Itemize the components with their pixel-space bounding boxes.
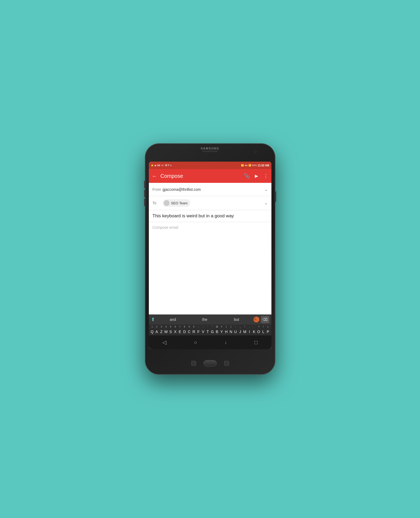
key-6[interactable]: 6 [173, 325, 177, 328]
subject-row: This keyboard is weird but in a good way [149, 210, 271, 222]
key-semi[interactable]: ; [196, 325, 201, 328]
key-B[interactable]: B [215, 330, 219, 334]
key-at[interactable]: @ [215, 325, 219, 328]
time-display: 11:52 AM [258, 164, 269, 167]
nav-apps-icon[interactable]: □ [254, 339, 258, 346]
key-Y[interactable]: Y [219, 330, 224, 334]
key-J[interactable]: J [238, 330, 242, 334]
email-form: From gjaccoma@thrillist.com ⌄ To SEO Tea… [149, 183, 271, 349]
nav-recents-icon[interactable]: ↓ [224, 340, 227, 345]
attach-icon[interactable]: 📎 [244, 173, 250, 179]
key-4[interactable]: 4 [164, 325, 168, 328]
key-colon[interactable]: : [201, 325, 205, 328]
key-F[interactable]: F [196, 330, 201, 334]
recent-apps-button[interactable] [191, 361, 196, 366]
key-comma[interactable]: , [247, 325, 252, 328]
key-under[interactable]: _ [238, 325, 242, 328]
key-dot[interactable]: . [252, 325, 256, 328]
nav-home-icon[interactable]: ○ [194, 339, 197, 346]
key-5[interactable]: 5 [168, 325, 173, 328]
subject-text[interactable]: This keyboard is weird but in a good way [153, 213, 268, 219]
key-0[interactable]: 0 [192, 325, 196, 328]
bottom-nav-bar: ◁ ○ ↓ □ [149, 335, 271, 349]
key-W[interactable]: W [164, 330, 168, 334]
emoji-button[interactable]: 🏀 [253, 316, 260, 323]
key-minus[interactable]: - [233, 325, 238, 328]
from-dropdown-icon[interactable]: ⌄ [265, 187, 268, 192]
weather-icon: 76° [161, 164, 164, 167]
key-I[interactable]: I [247, 330, 252, 334]
status-right-icons: 📶 4G 📶 82% 11:52 AM [241, 164, 269, 167]
back-button-physical[interactable] [224, 361, 229, 366]
key-V[interactable]: V [201, 330, 205, 334]
status-bar: 🔔 ◉ ⌨ 76° 🖼 T N 📶 4G 📶 82% 11:52 AM [149, 162, 271, 169]
compose-toolbar: ← Compose 📎 ► ⋮ [149, 169, 271, 183]
recipient-name: SEO Team [171, 201, 188, 205]
key-M[interactable]: M [243, 330, 247, 334]
from-value[interactable]: gjaccoma@thrillist.com [163, 187, 265, 192]
volume-buttons [144, 181, 145, 206]
key-S[interactable]: S [168, 330, 173, 334]
key-L[interactable]: L [261, 330, 266, 334]
key-C[interactable]: C [187, 330, 191, 334]
send-icon[interactable]: ► [254, 173, 259, 179]
key-3[interactable]: 3 [159, 325, 163, 328]
key-question[interactable]: ? [256, 325, 261, 328]
to-label: To [153, 201, 163, 205]
keyboard-letters-row: Q A Z W S X E D C R F V T G B [149, 329, 271, 335]
suggestion-and[interactable]: and [158, 317, 188, 322]
backspace-key[interactable]: ⌫ [261, 316, 269, 323]
screen: 🔔 ◉ ⌨ 76° 🖼 T N 📶 4G 📶 82% 11:52 AM [149, 162, 271, 349]
alarm-icon: 🔔 [151, 164, 154, 167]
nyt-icon: T [168, 164, 170, 167]
to-value: SEO Team [163, 199, 265, 207]
key-Z[interactable]: Z [159, 330, 163, 334]
keyboard: ⬆ and the but 🏀 ⌫ 1 2 3 4 5 6 [149, 314, 271, 335]
back-button-toolbar[interactable]: ← [152, 173, 157, 179]
shift-key[interactable]: ⬆ [151, 317, 155, 322]
recipient-chip[interactable]: SEO Team [163, 199, 190, 207]
key-U[interactable]: U [233, 330, 238, 334]
key-9[interactable]: 9 [187, 325, 191, 328]
key-G[interactable]: G [210, 330, 215, 334]
key-R[interactable]: R [192, 330, 196, 334]
suggestion-the[interactable]: the [189, 317, 220, 322]
key-O[interactable]: O [256, 330, 261, 334]
home-button-physical[interactable] [203, 360, 217, 366]
suggestion-but[interactable]: but [221, 317, 252, 322]
nav-back-icon[interactable]: ◁ [162, 339, 166, 346]
key-2[interactable]: 2 [154, 325, 159, 328]
key-T[interactable]: T [205, 330, 210, 334]
key-rpar[interactable]: ) [228, 325, 233, 328]
key-slash[interactable]: / [261, 325, 266, 328]
compose-placeholder: Compose email [153, 225, 268, 230]
to-dropdown-icon[interactable]: ⌄ [265, 201, 268, 205]
key-lpar[interactable]: ( [224, 325, 228, 328]
key-7[interactable]: 7 [177, 325, 182, 328]
key-Q[interactable]: Q [150, 330, 154, 334]
speaker-grille [202, 150, 218, 152]
battery-percent: 82% [252, 164, 257, 167]
key-8[interactable]: 8 [182, 325, 187, 328]
key-excl[interactable]: ! [243, 325, 247, 328]
keyboard-suggestions-row: ⬆ and the but 🏀 ⌫ [149, 314, 271, 325]
compose-body[interactable]: Compose email [149, 222, 271, 314]
key-N[interactable]: N [228, 330, 233, 334]
key-K[interactable]: K [252, 330, 256, 334]
key-D[interactable]: D [182, 330, 187, 334]
key-1[interactable]: 1 [150, 325, 154, 328]
status-left-icons: 🔔 ◉ ⌨ 76° 🖼 T N [151, 164, 172, 167]
key-H[interactable]: H [224, 330, 228, 334]
signal-icon: 📶 [248, 164, 251, 167]
key-hash[interactable]: # [219, 325, 224, 328]
key-quote[interactable]: " [210, 325, 215, 328]
key-apos[interactable]: ' [205, 325, 210, 328]
toolbar-actions: 📎 ► ⋮ [244, 173, 268, 179]
key-A[interactable]: A [154, 330, 159, 334]
key-P[interactable]: P [266, 330, 270, 334]
from-field-row: From gjaccoma@thrillist.com ⌄ [149, 183, 271, 196]
key-smile[interactable]: ☺ [266, 325, 270, 328]
key-E[interactable]: E [177, 330, 182, 334]
key-X[interactable]: X [173, 330, 177, 334]
more-options-icon[interactable]: ⋮ [263, 173, 268, 179]
